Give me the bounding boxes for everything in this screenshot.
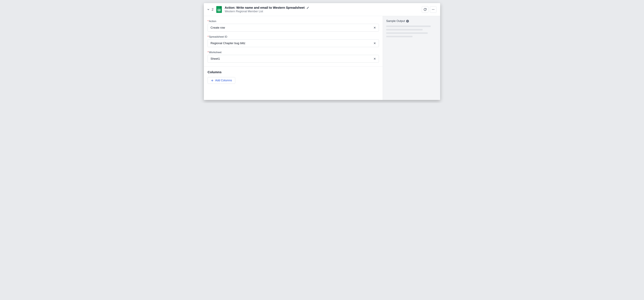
field-action: *Action Create row [208,20,379,32]
more-menu-button[interactable] [430,6,436,13]
svg-point-1 [433,9,433,10]
skeleton-line [386,29,422,30]
card-header: 2 Action: Write name and email to Wester… [204,3,440,16]
refresh-icon [424,8,427,11]
clear-action-button[interactable] [372,26,377,30]
card-body: *Action Create row *Spreadsheet ID Regio… [204,16,440,100]
chevron-down-icon [207,8,210,11]
label-text: Action [209,20,216,23]
skeleton-line [386,32,428,34]
worksheet-select[interactable]: Sheet1 [208,55,379,63]
close-icon [373,26,376,29]
plus-icon [211,79,214,82]
edit-title-button[interactable] [306,6,309,9]
sample-output-info-button[interactable]: i [406,20,409,22]
refresh-button[interactable] [422,6,428,13]
close-icon [373,42,376,44]
field-label-worksheet: *Worksheet [208,51,379,54]
step-subtitle: Western Regional Member List [225,10,422,13]
google-sheets-icon [216,6,222,13]
action-select[interactable]: Create row [208,24,379,32]
skeleton-line [386,26,431,27]
spreadsheet-value: Regional Chapter bug blitz [210,42,371,45]
add-columns-button[interactable]: Add Columns [208,77,235,84]
svg-point-0 [432,9,432,10]
field-label-action: *Action [208,20,379,23]
step-number: 2 [212,8,214,12]
label-text: Worksheet [209,51,222,54]
sample-output-panel: Sample Output i [383,16,440,100]
field-label-spreadsheet: *Spreadsheet ID [208,35,379,38]
form-area: *Action Create row *Spreadsheet ID Regio… [204,16,383,100]
worksheet-value: Sheet1 [210,57,371,60]
collapse-toggle[interactable] [207,8,210,11]
clear-worksheet-button[interactable] [372,56,377,61]
info-icon: i [407,20,408,22]
field-worksheet: *Worksheet Sheet1 [208,51,379,63]
action-step-card: 2 Action: Write name and email to Wester… [204,3,440,100]
sample-output-title: Sample Output [386,20,405,23]
skeleton-line [386,36,412,37]
section-divider [204,66,383,66]
svg-point-2 [434,9,434,10]
title-block: Action: Write name and email to Western … [225,6,422,13]
pencil-icon [306,6,309,9]
spreadsheet-select[interactable]: Regional Chapter bug blitz [208,39,379,47]
label-text: Spreadsheet ID [209,35,227,38]
add-columns-label: Add Columns [215,79,232,82]
action-value: Create row [210,26,371,30]
sample-output-title-row: Sample Output i [386,20,437,23]
dots-horizontal-icon [432,8,435,11]
field-spreadsheet: *Spreadsheet ID Regional Chapter bug bli… [208,35,379,47]
header-actions [422,6,436,13]
step-title: Action: Write name and email to Western … [225,6,304,10]
close-icon [373,57,376,60]
clear-spreadsheet-button[interactable] [372,41,377,46]
columns-section-title: Columns [208,70,379,74]
